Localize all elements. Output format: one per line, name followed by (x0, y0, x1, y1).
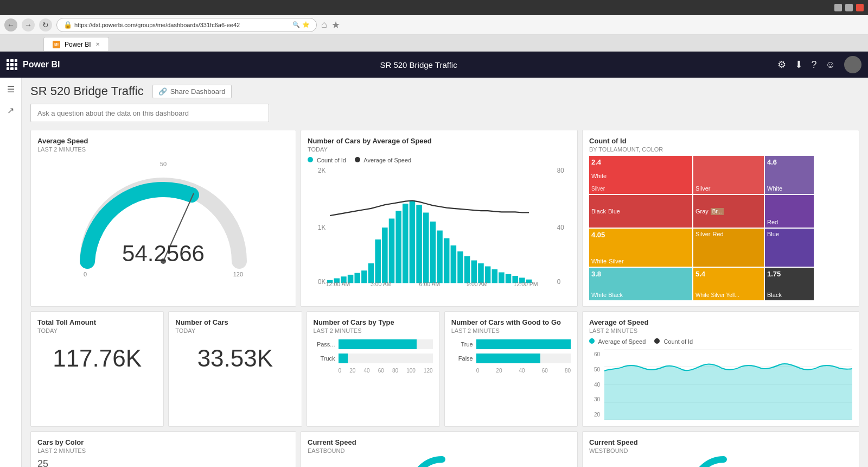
y-50: 50 (589, 367, 600, 373)
treemap-cell-8[interactable]: Silver Red (693, 229, 764, 267)
small-card-row: Total Toll Amount TODAY 117.76K Number o… (30, 311, 578, 427)
treemap-labels-7: White Silver (591, 258, 690, 264)
svg-rect-15 (375, 239, 381, 283)
y-60: 60 (589, 351, 600, 357)
treemap-label-red-8: Red (713, 231, 724, 237)
treemap-cell-11[interactable]: 5.4 White Silver Yell... (693, 268, 764, 300)
treemap-cell-10[interactable]: 3.8 White Black (589, 268, 692, 300)
cars-by-type-card: Number of Cars by Type LAST 2 MINUTES Pa… (307, 311, 440, 427)
bookmarks-icon[interactable]: ★ (331, 19, 340, 31)
count-of-id-treemap-card: Count of Id BY TOLLAMOUNT, COLOR 2.4 Whi… (582, 130, 859, 307)
gauge-min-label: 0 (84, 271, 87, 277)
dashboard-title: SR 520 Bridge Traffic (30, 84, 144, 98)
main-area: ☰ ↗ SR 520 Bridge Traffic 🔗 Share Dashbo… (0, 78, 868, 467)
grid-dot (15, 67, 17, 70)
back-button[interactable]: ← (4, 18, 17, 31)
axis-120: 120 (424, 368, 433, 374)
cars-avg-speed-title: Number of Cars by Average of Speed (308, 137, 571, 145)
cars-gtg-subtitle: LAST 2 MINUTES (451, 327, 571, 334)
grid-dot (7, 59, 9, 62)
svg-rect-34 (506, 274, 512, 283)
current-speed-eb-subtitle: EASTBOUND (308, 447, 571, 454)
svg-rect-26 (451, 245, 457, 283)
svg-rect-17 (389, 219, 395, 283)
eb-gauge-svg: 50 (407, 454, 472, 467)
minimize-button[interactable] (834, 4, 842, 11)
current-speed-eb-title: Current Speed (308, 438, 571, 446)
treemap-cell-4[interactable]: Black Blue (589, 195, 692, 228)
treemap-val-7: 4.05 (591, 231, 690, 239)
treemap-cell-9[interactable]: Blue (765, 229, 814, 267)
forward-button[interactable]: → (22, 18, 35, 31)
close-button[interactable] (856, 4, 864, 11)
tab-bar: BI Power BI ✕ (0, 35, 868, 51)
home-icon[interactable]: ⌂ (321, 19, 327, 30)
cars-type-chart: Pass... Truck (314, 339, 433, 374)
legend-item-count: Count of Id (308, 157, 346, 163)
grid-dot (7, 67, 9, 70)
num-cars-card: Number of Cars TODAY 33.53K (168, 311, 302, 427)
qa-input[interactable] (30, 104, 269, 122)
gtg-axis-60: 60 (542, 368, 548, 374)
treemap-labels-8: Silver Red (695, 231, 762, 237)
treemap-cell-3[interactable]: 4.6 White (765, 156, 814, 194)
browser-toolbar: ← → ↻ 🔒 https://dxt.powerbi.com/groups/m… (0, 15, 868, 35)
maximize-button[interactable] (845, 4, 853, 11)
type-axis: 0 20 40 60 80 100 120 (314, 368, 433, 374)
false-fill (476, 354, 540, 363)
treemap-labels-10: White Black (591, 292, 690, 298)
treemap-label-red: Red (767, 219, 778, 225)
treemap-label-white-10: White (591, 292, 607, 298)
treemap-subtitle: BY TOLLAMOUNT, COLOR (589, 146, 852, 153)
truck-track (339, 354, 433, 363)
treemap-cell-12[interactable]: 1.75 Black (765, 268, 814, 300)
treemap-label-blue-9: Blue (767, 231, 779, 237)
false-bar-row: False (451, 354, 571, 363)
avg-speed-title: Average Speed (37, 137, 289, 145)
treemap-grid: 2.4 White Silver Silver 4.6 White (589, 156, 852, 300)
cars-color-title: Cars by Color (37, 438, 289, 446)
axis-80: 80 (392, 368, 398, 374)
share-dashboard-button[interactable]: 🔗 Share Dashboard (152, 85, 232, 98)
address-bar[interactable]: 🔒 https://dxt.powerbi.com/groups/me/dash… (56, 18, 317, 32)
truck-bar-row: Truck (314, 354, 433, 363)
treemap-val-1: 2.4 (591, 158, 690, 166)
y-30: 30 (589, 396, 600, 402)
user-avatar[interactable] (844, 56, 861, 73)
svg-rect-21 (416, 205, 422, 283)
url-text: https://dxt.powerbi.com/groups/me/dashbo… (74, 22, 290, 28)
settings-icon[interactable]: ⚙ (777, 59, 786, 71)
help-icon[interactable]: ? (812, 59, 817, 71)
svg-text:2K: 2K (318, 168, 326, 174)
svg-rect-25 (444, 238, 450, 283)
treemap-cell-6[interactable]: Red (765, 195, 814, 228)
treemap-label-3: White (767, 185, 812, 192)
gauge-number: 54.2566 (122, 241, 205, 266)
treemap-cell-2[interactable]: Silver (693, 156, 764, 194)
pass-track (339, 339, 433, 349)
treemap-cell-1[interactable]: 2.4 White Silver (589, 156, 692, 194)
sidebar: ☰ ↗ (0, 78, 22, 467)
treemap-label-silver-7: Silver (609, 258, 624, 264)
treemap-label-2: Silver (695, 185, 762, 192)
app-grid-icon[interactable] (7, 59, 17, 70)
sidebar-menu-icon[interactable]: ☰ (5, 82, 17, 97)
svg-text:0: 0 (557, 278, 561, 286)
true-fill (476, 339, 571, 349)
share-label: Share Dashboard (170, 87, 226, 96)
refresh-button[interactable]: ↻ (39, 18, 52, 31)
sidebar-arrow-icon[interactable]: ↗ (5, 103, 16, 118)
tab-close-button[interactable]: ✕ (95, 41, 100, 47)
gtg-axis-40: 40 (519, 368, 525, 374)
active-tab[interactable]: BI Power BI ✕ (43, 37, 109, 51)
legend-item-speed: Average of Speed (355, 157, 411, 163)
download-icon[interactable]: ⬇ (795, 59, 803, 71)
treemap-cell-7[interactable]: 4.05 White Silver (589, 229, 692, 267)
svg-text:12:00 AM: 12:00 AM (326, 281, 350, 287)
treemap-cell-5[interactable]: Gray Br... (693, 195, 764, 228)
tab-title: Power BI (65, 41, 91, 48)
feedback-icon[interactable]: ☺ (826, 59, 835, 71)
legend-dot-avg (589, 338, 595, 344)
current-speed-wb-card: Current Speed WESTBOUND 50 (582, 431, 859, 467)
current-speed-wb-title: Current Speed (589, 438, 852, 446)
